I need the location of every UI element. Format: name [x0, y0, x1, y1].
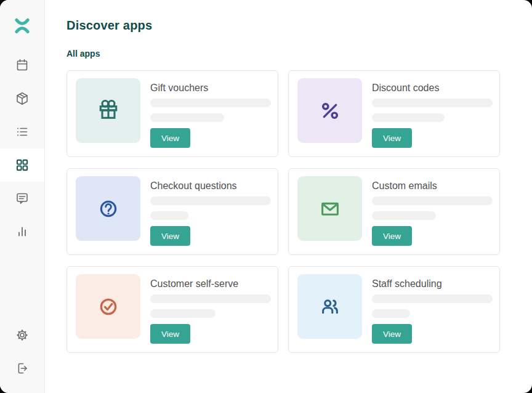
section-title: All apps — [66, 49, 500, 59]
app-card-custom-emails: Custom emails View — [288, 168, 500, 255]
check-circle-icon — [76, 274, 140, 339]
main-content: Discover apps All apps Gift vouchers — [45, 0, 532, 393]
card-body: Custom emails View — [372, 176, 491, 247]
card-body: Customer self-serve View — [150, 274, 269, 345]
app-card-discount-codes: Discount codes View — [288, 70, 500, 157]
placeholder-bar — [150, 294, 271, 303]
placeholder-bar — [150, 309, 216, 318]
placeholder-bar — [372, 211, 436, 220]
placeholder-bar — [150, 197, 271, 205]
card-title: Customer self-serve — [150, 278, 269, 290]
apps-grid: Gift vouchers View Discount codes — [66, 70, 500, 353]
placeholder-bar — [372, 113, 445, 122]
sidebar-nav — [0, 49, 44, 248]
view-button[interactable]: View — [150, 324, 190, 344]
list-icon — [15, 124, 30, 139]
card-body: Staff scheduling View — [372, 274, 491, 345]
calendar-icon — [15, 58, 30, 73]
sidebar-item-apps[interactable] — [0, 148, 44, 182]
sidebar-footer — [0, 318, 44, 385]
envelope-icon — [297, 176, 362, 241]
chat-icon — [15, 191, 30, 206]
sidebar-item-logout[interactable] — [0, 352, 44, 385]
question-circle-icon — [76, 176, 140, 241]
placeholder-bar — [150, 113, 224, 122]
sidebar-item-services[interactable] — [0, 115, 44, 148]
sidebar-item-products[interactable] — [0, 82, 44, 115]
app-window: Discover apps All apps Gift vouchers — [0, 0, 532, 393]
view-button[interactable]: View — [372, 128, 412, 148]
placeholder-bar — [372, 294, 493, 303]
app-card-customer-self-serve: Customer self-serve View — [66, 266, 278, 353]
view-button[interactable]: View — [150, 226, 190, 246]
bar-chart-icon — [15, 224, 30, 239]
sidebar — [0, 0, 45, 393]
placeholder-bar — [372, 99, 493, 107]
card-title: Gift vouchers — [150, 82, 269, 94]
app-card-checkout-questions: Checkout questions View — [66, 168, 278, 255]
apps-grid-icon — [15, 158, 30, 172]
page-title: Discover apps — [66, 18, 500, 33]
settings-gear-icon — [15, 328, 30, 342]
sidebar-item-calendar[interactable] — [0, 49, 44, 82]
placeholder-bar — [372, 309, 410, 318]
placeholder-bar — [150, 211, 188, 220]
card-body: Checkout questions View — [150, 176, 269, 247]
placeholder-bar — [372, 197, 493, 205]
card-title: Custom emails — [372, 180, 491, 192]
placeholder-bar — [150, 99, 271, 107]
sidebar-item-reports[interactable] — [0, 215, 44, 248]
people-icon — [297, 274, 362, 339]
sidebar-item-settings[interactable] — [0, 318, 44, 352]
card-body: Gift vouchers View — [150, 78, 269, 149]
card-title: Discount codes — [372, 82, 491, 94]
view-button[interactable]: View — [150, 128, 190, 148]
brand-x-logo-icon[interactable] — [14, 16, 30, 36]
view-button[interactable]: View — [372, 324, 412, 344]
app-card-gift-vouchers: Gift vouchers View — [66, 70, 278, 157]
app-card-staff-scheduling: Staff scheduling View — [288, 266, 500, 353]
logout-icon — [15, 361, 30, 376]
sidebar-item-messages[interactable] — [0, 182, 44, 215]
card-title: Checkout questions — [150, 180, 269, 192]
percent-icon — [297, 78, 362, 143]
view-button[interactable]: View — [372, 226, 412, 246]
gift-icon — [76, 78, 140, 143]
package-icon — [15, 91, 30, 106]
card-body: Discount codes View — [372, 78, 491, 149]
card-title: Staff scheduling — [372, 278, 491, 290]
